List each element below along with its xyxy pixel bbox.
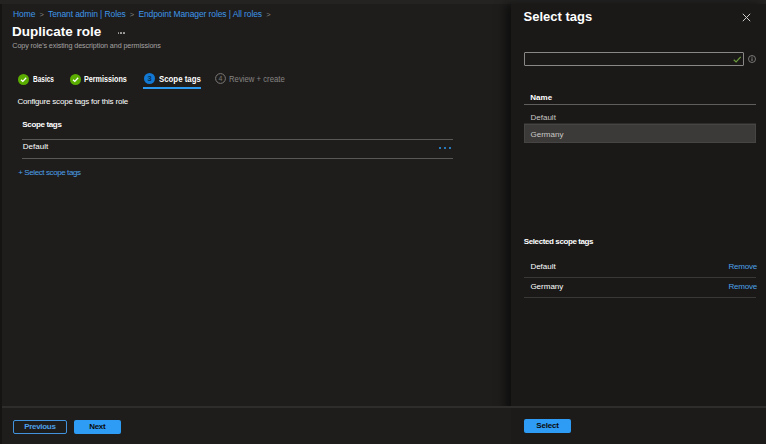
svg-text:4: 4 [218,75,222,82]
svg-text:3: 3 [147,74,151,83]
